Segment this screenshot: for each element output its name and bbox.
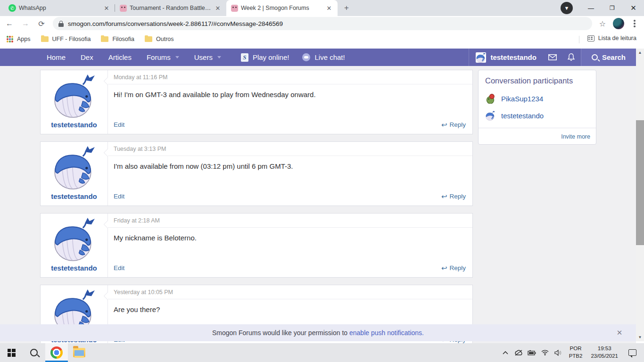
folder-icon	[101, 36, 108, 42]
wifi-icon[interactable]	[539, 343, 551, 362]
minimize-button[interactable]: —	[580, 0, 602, 16]
message-list: testetestando Monday at 11:16 PM Hi! I'm…	[40, 70, 473, 343]
reload-button[interactable]: ⟳	[35, 17, 48, 30]
nav-users[interactable]: Users	[194, 53, 232, 61]
windows-taskbar: POR PTB2 19:53 23/05/2021	[0, 343, 644, 362]
nav-forums[interactable]: Forums	[147, 53, 190, 61]
wailord-avatar	[485, 110, 495, 121]
edit-link[interactable]: Edit	[114, 264, 124, 272]
author-link[interactable]: testetestando	[51, 264, 97, 272]
tab-smogon-week2[interactable]: Week 2 | Smogon Forums ✕	[226, 0, 338, 16]
tab-tournament[interactable]: Tournament - Random Battles Cl ✕	[115, 0, 226, 16]
battery-icon[interactable]	[526, 343, 537, 362]
bookmark-folder-filosofia[interactable]: Filosofia	[97, 34, 138, 44]
onedrive-icon[interactable]	[513, 343, 524, 362]
user-avatar	[476, 52, 486, 63]
nav-live-chat[interactable]: Live chat!	[297, 53, 353, 61]
start-button[interactable]	[0, 343, 23, 362]
tab-close-icon[interactable]: ✕	[325, 4, 333, 12]
tray-time: 19:53	[598, 345, 611, 353]
tab-title: Tournament - Random Battles Cl	[130, 5, 211, 11]
file-explorer-icon	[73, 348, 85, 357]
alerts-button[interactable]	[562, 49, 581, 66]
language-indicator[interactable]: POR PTB2	[566, 345, 586, 360]
reply-link[interactable]: ↩Reply	[441, 264, 466, 272]
tray-chevron-up-icon[interactable]	[500, 343, 511, 362]
close-button[interactable]: ✕	[623, 0, 644, 16]
chevron-down-icon	[217, 56, 221, 58]
author-link[interactable]: testetestando	[51, 192, 97, 200]
reply-arrow-icon: ↩	[441, 264, 447, 272]
message-row: testetestando Tuesday at 3:13 PM I'm als…	[40, 141, 473, 206]
action-center-button[interactable]	[623, 343, 641, 362]
scrollbar-thumb[interactable]	[636, 120, 644, 245]
chrome-icon	[50, 346, 63, 359]
smogon-favicon	[120, 5, 127, 12]
enable-push-notifications-link[interactable]: enable push notifications.	[349, 329, 424, 337]
scroll-up-arrow[interactable]: ▲	[636, 49, 644, 57]
participant-name[interactable]: PikaSup1234	[501, 95, 543, 103]
reading-list-button[interactable]: Lista de leitura	[584, 33, 640, 43]
search-button[interactable]: Search	[581, 49, 636, 66]
participant-pikasup1234[interactable]: PikaSup1234	[479, 90, 596, 107]
smogon-favicon	[231, 5, 238, 12]
volume-icon[interactable]	[553, 343, 564, 362]
message-timestamp[interactable]: Yesterday at 10:05 PM	[108, 285, 472, 299]
message-timestamp[interactable]: Friday at 2:18 AM	[108, 214, 472, 228]
browser-menu-icon[interactable]	[628, 17, 641, 30]
web-page: Home Dex Articles Forums Users S Play on…	[0, 47, 644, 343]
showdown-icon: S	[241, 53, 248, 62]
clock[interactable]: 19:53 23/05/2021	[587, 345, 621, 360]
address-bar[interactable]: smogon.com/forums/conversations/week-2.8…	[53, 17, 592, 30]
bookmark-star-icon[interactable]: ☆	[596, 17, 609, 30]
message-timestamp[interactable]: Tuesday at 3:13 PM	[108, 142, 472, 156]
bookmark-folder-uff[interactable]: UFF - Filosofia	[37, 34, 95, 44]
wailord-avatar[interactable]	[51, 73, 97, 118]
maximize-button[interactable]: ❐	[602, 0, 623, 16]
padlock-icon[interactable]	[58, 21, 64, 27]
back-button[interactable]: ←	[3, 17, 16, 30]
nav-play-online[interactable]: S Play online!	[236, 53, 298, 62]
discord-icon	[302, 53, 310, 61]
envelope-icon	[548, 54, 557, 60]
author-link[interactable]: testetestando	[51, 121, 97, 129]
new-tab-button[interactable]: +	[340, 2, 353, 14]
message-timestamp[interactable]: Monday at 11:16 PM	[108, 70, 472, 84]
tab-close-icon[interactable]: ✕	[103, 4, 110, 12]
close-icon[interactable]: ✕	[615, 329, 624, 337]
invite-more-link[interactable]: Invite more	[561, 133, 590, 140]
push-notification-bar: Smogon Forums would like your permission…	[0, 324, 636, 341]
inbox-button[interactable]	[543, 49, 562, 66]
reply-link[interactable]: ↩Reply	[441, 121, 466, 128]
nav-articles[interactable]: Articles	[108, 53, 143, 61]
apps-shortcut[interactable]: Apps	[3, 34, 34, 44]
taskbar-chrome-button[interactable]	[45, 343, 68, 362]
participant-name[interactable]: testetestando	[501, 112, 544, 120]
taskbar-search-button[interactable]	[23, 343, 45, 362]
nav-home[interactable]: Home	[47, 53, 77, 61]
chrome-update-icon[interactable]: ▼	[561, 2, 573, 14]
edit-link[interactable]: Edit	[114, 121, 124, 128]
tab-whatsapp[interactable]: ✆ WhatsApp ✕	[4, 0, 115, 16]
forward-button[interactable]: →	[19, 17, 32, 30]
bookmark-folder-outros[interactable]: Outros	[141, 34, 178, 44]
tab-close-icon[interactable]: ✕	[214, 4, 222, 12]
edit-link[interactable]: Edit	[114, 193, 124, 200]
conversation-content: testetestando Monday at 11:16 PM Hi! I'm…	[0, 66, 636, 343]
apps-label: Apps	[17, 36, 31, 42]
reply-link[interactable]: ↩Reply	[441, 193, 466, 200]
profile-avatar[interactable]	[613, 18, 624, 29]
page-scrollbar[interactable]: ▲ ▼	[636, 49, 644, 341]
pikasup-avatar	[485, 93, 495, 104]
message-author-cell: testetestando	[41, 70, 107, 134]
nav-account[interactable]: testetestando	[469, 49, 543, 66]
wailord-avatar[interactable]	[51, 216, 97, 262]
url-text[interactable]: smogon.com/forums/conversations/week-2.8…	[68, 20, 283, 27]
nav-dex[interactable]: Dex	[81, 53, 105, 61]
wailord-avatar[interactable]	[51, 144, 97, 190]
window-controls: ▼ — ❐ ✕	[561, 0, 644, 16]
notification-bubble-icon	[628, 349, 636, 356]
participant-testetestando[interactable]: testetestando	[479, 107, 596, 124]
taskbar-file-explorer-button[interactable]	[68, 343, 91, 362]
scroll-down-arrow[interactable]: ▼	[636, 333, 644, 341]
